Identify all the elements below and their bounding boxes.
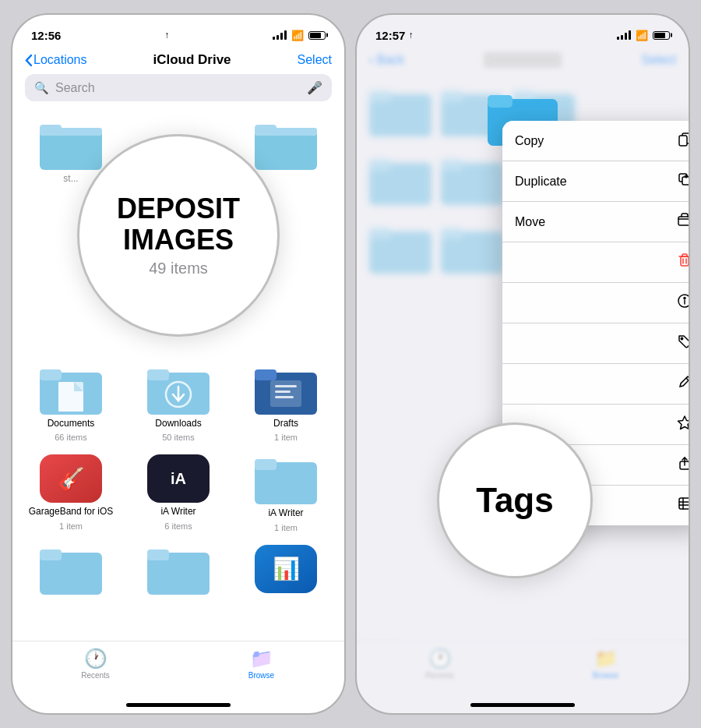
select-button[interactable]: Select — [298, 53, 332, 67]
recents-tab[interactable]: 🕐 Recents — [12, 648, 178, 680]
svg-rect-38 — [369, 228, 391, 239]
folder-4b-icon — [147, 545, 210, 595]
ia-writer-folder-icon-2 — [255, 454, 317, 504]
browse-tab[interactable]: 📁 Browse — [178, 648, 344, 680]
recents-icon: 🕐 — [84, 648, 107, 670]
blurred-action: Select — [642, 53, 676, 67]
keynote-icon: 📊 — [255, 545, 317, 593]
recents-label-right: Recents — [425, 671, 454, 680]
nav-bar-right-blurred: ‹ Back Select — [357, 49, 689, 74]
svg-point-59 — [681, 337, 682, 339]
recents-label: Recents — [81, 671, 110, 680]
browse-tab-right: 📁 Browse — [523, 648, 689, 680]
blurred-title — [484, 52, 562, 68]
drafts-label: Drafts — [273, 418, 298, 430]
search-placeholder: Search — [55, 81, 301, 95]
folder-4a-icon — [40, 545, 102, 595]
battery-icon-right — [653, 31, 670, 40]
svg-rect-24 — [147, 550, 169, 560]
bar2 — [277, 35, 279, 40]
folder-label-1: st... — [63, 173, 78, 186]
chevron-left-icon — [25, 55, 32, 66]
blur-folder-5 — [441, 155, 503, 205]
drafts-sublabel: 1 item — [274, 433, 298, 442]
svg-marker-61 — [678, 416, 689, 429]
compress-icon — [677, 496, 689, 515]
nav-title-left: iCloud Drive — [153, 52, 231, 68]
move-icon — [677, 212, 689, 231]
folder-4c-keynote[interactable]: 📊 — [240, 545, 332, 595]
downloads-label: Downloads — [155, 418, 201, 430]
status-arrow-left: ↑ — [164, 30, 169, 41]
locations-back-button[interactable]: Locations — [25, 53, 87, 67]
search-icon: 🔍 — [34, 81, 49, 95]
svg-rect-10 — [147, 369, 169, 380]
drafts-folder-icon — [255, 365, 317, 415]
right-phone: 12:57 ↑ 📶 ‹ Back Select — [355, 13, 690, 715]
mic-icon[interactable]: 🎤 — [307, 80, 322, 95]
time-left: 12:56 — [31, 29, 61, 42]
star-icon — [677, 415, 689, 434]
blur-folder-7 — [369, 224, 432, 274]
folder-row-2: Documents 66 items Downloads 50 items — [25, 365, 332, 443]
back-label: Locations — [33, 53, 87, 67]
left-phone: 12:56 ↑ 📶 Locations iCloud Drive Select … — [11, 13, 346, 715]
svg-rect-7 — [40, 369, 62, 380]
battery-fill — [310, 33, 321, 38]
deposit-overlay: DEPOSITIMAGES 49 items — [77, 134, 280, 337]
menu-item-rename[interactable] — [502, 364, 689, 405]
svg-rect-40 — [441, 228, 463, 239]
rbar1 — [617, 37, 619, 40]
status-icons-left: 📶 — [273, 30, 326, 41]
tag-icon — [677, 334, 689, 353]
ia-writer-folder-1[interactable]: iA iA Writer 6 items — [132, 454, 224, 532]
drafts-folder[interactable]: Drafts 1 item — [240, 365, 332, 443]
menu-item-move[interactable]: Move — [502, 202, 689, 242]
svg-rect-51 — [678, 217, 689, 225]
search-bar[interactable]: 🔍 Search 🎤 — [25, 74, 332, 101]
bar4 — [284, 30, 287, 40]
svg-rect-22 — [40, 550, 62, 560]
signal-bars-right — [617, 30, 631, 40]
garageband-folder[interactable]: 🎸 GarageBand for iOS 1 item — [25, 454, 117, 532]
svg-rect-2 — [40, 125, 62, 136]
blur-folder-4 — [369, 155, 432, 205]
folder-svg-1 — [40, 120, 102, 170]
menu-item-delete[interactable] — [502, 242, 689, 283]
rbar4 — [629, 30, 631, 40]
info-icon — [677, 293, 689, 313]
menu-item-tag[interactable] — [502, 323, 689, 364]
browse-icon-right: 📁 — [594, 648, 618, 670]
status-bar-left: 12:56 ↑ 📶 — [12, 15, 344, 49]
downloads-folder-icon — [147, 365, 210, 415]
move-label: Move — [515, 215, 545, 229]
folder-4a[interactable] — [25, 545, 117, 595]
status-bar-right: 12:57 ↑ 📶 — [357, 15, 689, 49]
menu-item-copy[interactable]: Copy — [502, 121, 689, 161]
documents-folder[interactable]: Documents 66 items — [25, 365, 117, 443]
share-icon — [677, 455, 689, 475]
home-indicator-left — [126, 703, 231, 707]
menu-item-duplicate[interactable]: Duplicate — [502, 161, 689, 202]
menu-item-info[interactable] — [502, 283, 689, 323]
svg-rect-48 — [682, 177, 689, 185]
folder-svg-r1 — [255, 120, 317, 170]
duplicate-label: Duplicate — [515, 175, 567, 189]
deposit-subtitle: 49 items — [149, 260, 208, 277]
status-icons-right: 📶 — [617, 30, 670, 41]
duplicate-icon — [677, 171, 689, 191]
time-right: 12:57 — [375, 29, 405, 42]
ia-writer-folder-2[interactable]: iA Writer 1 item — [240, 454, 332, 532]
folder-4b[interactable] — [132, 545, 224, 595]
svg-rect-64 — [679, 498, 689, 509]
copy-icon — [677, 131, 689, 150]
svg-rect-18 — [275, 396, 294, 398]
svg-rect-46 — [679, 136, 687, 146]
svg-rect-53 — [681, 256, 689, 266]
edit-icon — [677, 374, 689, 394]
garageband-icon: 🎸 — [40, 454, 102, 503]
blurred-content-area: Copy Duplicate — [357, 74, 689, 641]
downloads-folder[interactable]: Downloads 50 items — [132, 365, 224, 443]
svg-line-60 — [686, 378, 689, 380]
svg-rect-20 — [255, 459, 277, 470]
